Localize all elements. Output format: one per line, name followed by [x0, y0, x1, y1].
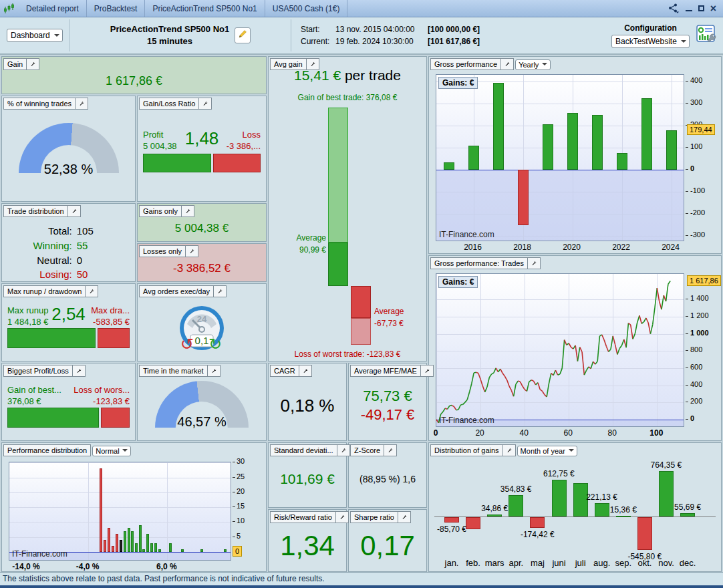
wrench-icon[interactable]: [213, 285, 227, 297]
month-value-label: 764,35 €: [651, 460, 682, 470]
watermark: IT-Finance.com: [12, 549, 67, 559]
x-tick-label: 2022: [605, 243, 637, 252]
tab-instrument[interactable]: USA500 Cash (1€): [265, 0, 348, 17]
panel-trade-distribution: Trade distribution Total:105 Winning:55 …: [1, 203, 136, 282]
tick: [233, 537, 235, 537]
wrench-icon[interactable]: [500, 58, 514, 70]
wrench-icon[interactable]: [85, 285, 98, 297]
month-bar: [487, 514, 502, 517]
wrench-icon[interactable]: [527, 257, 541, 269]
winning-trades-value: 52,38 %: [2, 162, 135, 177]
tick: [233, 477, 235, 478]
panel-title: Biggest Profit/Loss: [3, 365, 73, 377]
tab-strategy[interactable]: PriceActionTrend SP500 No1: [145, 0, 265, 17]
year-bar: [592, 115, 603, 170]
gains-period-select[interactable]: Month of year: [517, 446, 577, 456]
panel-gain: Gain 1 617,86 €: [1, 56, 267, 94]
wrench-icon[interactable]: [207, 365, 221, 377]
wrench-icon[interactable]: [26, 58, 39, 70]
dashboard-settings-icon[interactable]: [696, 25, 716, 46]
runup-bar: [7, 328, 96, 348]
panel-title: Distribution of gains: [430, 444, 503, 456]
year-bar: [666, 130, 677, 170]
month-value-label: -174,42 €: [521, 530, 555, 539]
panel-title: Gain: [3, 58, 27, 70]
wrench-icon[interactable]: [306, 58, 319, 70]
month-value-label: 354,83 €: [500, 484, 532, 494]
month-value-label: -545,80 €: [627, 552, 662, 561]
period-select[interactable]: Yearly: [515, 59, 551, 70]
gridline: [9, 492, 231, 493]
wrench-icon[interactable]: [420, 365, 434, 377]
x-tick-label: 60: [555, 428, 581, 438]
y-tick-label: 600: [690, 363, 702, 371]
close-button[interactable]: ×: [710, 3, 716, 14]
wrench-icon[interactable]: [384, 444, 397, 456]
gains-period-select-wrap: Month of year: [517, 444, 577, 456]
distribution-mode-select[interactable]: Normal: [92, 446, 131, 456]
wrench-icon[interactable]: [185, 245, 198, 257]
minimize-button[interactable]: [686, 6, 692, 11]
current-datetime: 19 feb. 2024 10:30:00: [335, 35, 428, 47]
best-trade-caption: Gain of best trade: 376,08 €: [269, 93, 426, 102]
tick: [233, 521, 235, 522]
wrench-icon[interactable]: [398, 511, 411, 523]
configuration-select-wrap: BackTestWebsite: [611, 35, 690, 48]
gridline: [9, 462, 231, 463]
clock-24h-icon: 24 0,1 ↺ ↻: [178, 304, 226, 357]
histogram-bar: [108, 528, 110, 552]
time-in-market-value: 46,57 %: [138, 414, 266, 430]
view-select[interactable]: Dashboard: [7, 29, 63, 42]
x-tick-label: 80: [599, 428, 625, 438]
view-select-wrap: Dashboard: [7, 29, 63, 42]
panel-losses-only: Losses only -3 386,52 €: [137, 243, 267, 282]
y-tick-label: -200: [690, 208, 705, 216]
y-tick-label: 300: [690, 98, 702, 106]
drawdown-bar: [98, 328, 130, 348]
y-tick-label: 15: [237, 502, 245, 510]
loss-value: -3 386,...: [220, 141, 261, 152]
tab-probacktest[interactable]: ProBacktest: [87, 0, 146, 17]
average-loss-bar: [351, 286, 371, 318]
tick: [686, 147, 688, 148]
trade-dist-row: Neutral:0: [2, 253, 135, 268]
wrench-icon[interactable]: [299, 365, 312, 377]
pencil-icon: [237, 29, 248, 42]
panel-gain-loss-ratio: Gain/Loss Ratio Profit5 004,38 € 1,48 Lo…: [137, 96, 267, 202]
wrench-icon[interactable]: [181, 205, 194, 217]
gain-loss-ratio-value: 1,48: [184, 130, 221, 147]
gains-legend-chip: Gains: €: [438, 276, 478, 288]
wrench-icon[interactable]: [75, 98, 88, 110]
maximize-button[interactable]: [698, 5, 704, 11]
wrench-icon[interactable]: [337, 444, 350, 456]
configuration-select[interactable]: BackTestWebsite: [611, 35, 690, 48]
wrench-icon[interactable]: [198, 98, 212, 110]
tick: [686, 368, 688, 368]
yearly-x-axis: 20162018202020222024: [436, 243, 684, 253]
worst-trade-bar: [101, 408, 130, 428]
histogram-bar: [131, 531, 134, 552]
tab-detailed-report[interactable]: Detailed report: [19, 0, 87, 17]
month-value-label: 15,36 €: [610, 505, 637, 514]
histogram-bar: [112, 546, 114, 552]
best-trade-bar: [7, 408, 99, 428]
average-to-worst-bar: [351, 318, 371, 345]
gains-only-value: 5 004,38 €: [138, 222, 266, 235]
wrench-icon[interactable]: [502, 444, 516, 456]
tick: [686, 333, 688, 334]
y-tick-label: 5: [237, 532, 241, 540]
x-tick-label: 0: [422, 428, 449, 438]
wrench-icon[interactable]: [72, 365, 86, 377]
panel-gross-performance-trades: Gross performance: Trades Gains: € IT-Fi…: [428, 255, 722, 441]
panel-cagr: CAGR 0,18 %: [268, 363, 347, 441]
share-icon[interactable]: [668, 3, 680, 15]
tick: [233, 506, 235, 507]
yearly-bar-chart: Gains: € IT-Finance.com: [436, 74, 684, 241]
x-tick-label: 100: [643, 428, 670, 438]
year-bar: [444, 162, 454, 170]
wrench-icon[interactable]: [335, 511, 349, 523]
edit-strategy-button[interactable]: [235, 27, 251, 43]
wrench-icon[interactable]: [67, 205, 81, 217]
y-tick-label: 400: [690, 380, 702, 388]
gridline: [9, 507, 231, 508]
